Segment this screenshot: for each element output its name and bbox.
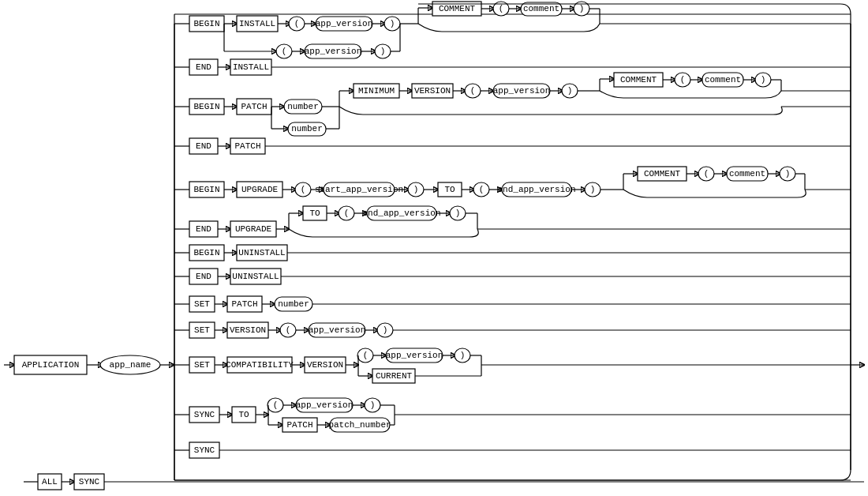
minimum-1: MINIMUM — [358, 86, 395, 96]
app-version-min: app_version — [493, 86, 551, 96]
comment-val-3: comment — [729, 169, 765, 178]
comment-val-1: comment — [523, 4, 559, 13]
sync-1: SYNC — [194, 410, 215, 419]
app-version-1: app_version — [316, 19, 373, 28]
end-app-version-1: end_app_version — [497, 185, 575, 194]
app-version-sv: app_version — [309, 325, 366, 335]
lparen-c1: ( — [499, 4, 504, 13]
rparen-upg1: ) — [413, 185, 419, 194]
lparen-c2: ( — [680, 75, 686, 85]
patch-number-sync: patch_number — [328, 420, 391, 430]
end-install: END — [196, 62, 211, 72]
begin-uninstall: BEGIN — [193, 248, 219, 257]
comment-val-2: comment — [705, 75, 741, 85]
lparen-min: ( — [470, 86, 476, 96]
sync-all: SYNC — [79, 477, 100, 487]
rparen-loop1: ) — [380, 47, 386, 56]
to-end-upg: TO — [309, 209, 320, 218]
install-end: INSTALL — [233, 62, 269, 72]
lparen-loop1: ( — [282, 47, 287, 56]
patch-end: PATCH — [234, 141, 260, 151]
number-1: number — [287, 102, 319, 111]
patch-1: PATCH — [241, 102, 267, 111]
app-version-loop1: app_version — [305, 47, 362, 56]
lparen-eupg: ( — [344, 209, 350, 218]
lparen-upg2: ( — [479, 185, 485, 194]
version-min: VERSION — [414, 86, 451, 96]
rparen-c3: ) — [785, 169, 791, 178]
lparen-1: ( — [294, 19, 300, 28]
uninstall-begin: UNINSTALL — [238, 248, 285, 257]
patch-sync: PATCH — [286, 420, 312, 430]
comment-kw-1: COMMENT — [439, 4, 476, 13]
sync-alone: SYNC — [194, 445, 215, 455]
uninstall-end: UNINSTALL — [232, 272, 279, 281]
set-compat: SET — [194, 360, 210, 370]
comment-kw-3: COMMENT — [644, 169, 681, 178]
start-app-version: start_app_version — [315, 185, 403, 194]
rparen-1: ) — [390, 19, 395, 28]
to-sync: TO — [238, 410, 249, 419]
rparen-upg2: ) — [590, 185, 596, 194]
all-1: ALL — [42, 477, 58, 487]
rparen-c1: ) — [579, 4, 585, 13]
begin-patch: BEGIN — [193, 102, 219, 111]
app-version-sync: app_version — [296, 400, 354, 410]
app-version-cv: app_version — [386, 351, 443, 360]
begin-upgrade: BEGIN — [193, 185, 219, 194]
current-1: CURRENT — [376, 371, 413, 381]
lparen-sync1: ( — [273, 400, 279, 410]
set-version: SET — [194, 325, 210, 335]
rparen-min: ) — [567, 86, 573, 96]
rparen-c2: ) — [761, 75, 766, 85]
compatibility-1: COMPATIBILITY — [226, 360, 294, 370]
rparen-cv1: ) — [460, 351, 466, 360]
end-patch: END — [196, 141, 211, 151]
number-set: number — [278, 299, 309, 309]
number-loop: number — [291, 124, 323, 133]
rparen-sync1: ) — [370, 400, 376, 410]
lparen-upg1: ( — [301, 185, 306, 194]
lparen-sv: ( — [286, 325, 291, 335]
lparen-c3: ( — [704, 169, 709, 178]
end-uninstall: END — [196, 272, 211, 281]
upgrade-1: UPGRADE — [241, 185, 279, 194]
app-name-label: app_name — [110, 360, 152, 370]
rparen-eupg: ) — [455, 209, 461, 218]
to-upg: TO — [444, 185, 455, 194]
rparen-sv: ) — [383, 325, 388, 335]
patch-set: PATCH — [231, 299, 257, 309]
comment-kw-2: COMMENT — [620, 75, 657, 85]
lparen-cv1: ( — [363, 351, 369, 360]
version-set: VERSION — [230, 325, 266, 335]
set-patch: SET — [194, 299, 210, 309]
version-compat: VERSION — [307, 360, 343, 370]
application-label: APPLICATION — [22, 360, 80, 370]
end-app-version-2: end_app_version — [362, 209, 440, 218]
begin-1: BEGIN — [193, 19, 219, 28]
install-1: INSTALL — [239, 19, 275, 28]
upgrade-end: UPGRADE — [235, 224, 272, 234]
end-upgrade: END — [196, 224, 211, 234]
